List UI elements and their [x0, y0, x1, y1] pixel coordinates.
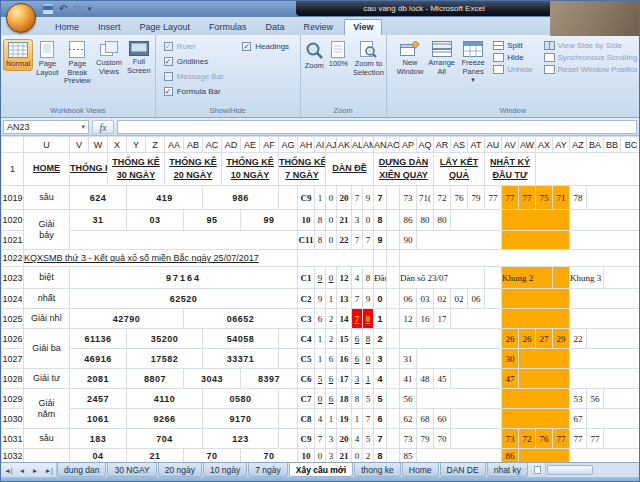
grid-cell[interactable]: 04 — [70, 449, 127, 463]
grid-cell[interactable] — [387, 186, 400, 210]
grid-cell[interactable]: 97164 — [70, 267, 298, 289]
grid-cell[interactable]: 9266 — [127, 409, 203, 429]
grid-cell[interactable]: 6 — [315, 309, 326, 329]
grid-cell[interactable] — [387, 389, 400, 409]
grid-cell[interactable]: 06652 — [184, 309, 298, 329]
grid-cell[interactable] — [604, 389, 640, 409]
grid-cell[interactable]: 18 — [337, 389, 352, 409]
grid-cell[interactable]: 9 — [363, 289, 374, 309]
checkbox-message-bar[interactable]: Message Bar — [164, 69, 224, 83]
grid-cell[interactable] — [279, 389, 298, 409]
grid-cell[interactable] — [387, 349, 400, 369]
grid-cell[interactable]: 4 — [374, 369, 387, 389]
column-header-BA[interactable]: BA — [587, 137, 604, 153]
grid-cell[interactable]: 03 — [417, 289, 434, 309]
full-screen-button[interactable]: Full Screen — [125, 39, 153, 76]
grid-cell[interactable] — [387, 231, 400, 250]
grid-cell[interactable]: C11 — [298, 231, 315, 250]
grid-cell[interactable] — [451, 309, 502, 329]
grid-cell[interactable] — [587, 329, 640, 349]
grid-cell[interactable]: C1 — [298, 267, 315, 289]
grid-cell[interactable]: 47 — [502, 369, 519, 389]
grid-cell[interactable]: 62 — [400, 409, 417, 429]
checkbox-gridlines[interactable]: ✓Gridlines — [164, 54, 209, 68]
grid-cell[interactable]: 30 — [502, 349, 519, 369]
page-break-preview-button[interactable]: Page Break Preview — [62, 39, 93, 87]
grid-cell[interactable]: 0 — [363, 210, 374, 231]
grid-cell[interactable]: 77 — [570, 429, 587, 449]
grid-cell[interactable] — [570, 449, 640, 463]
row-header-1020[interactable]: 1020 — [2, 210, 24, 231]
column-header-AM[interactable]: AM — [363, 137, 374, 153]
grid-cell[interactable]: 80 — [417, 210, 434, 231]
grid-cell[interactable] — [387, 409, 400, 429]
grid-cell[interactable]: sâu — [24, 429, 70, 449]
sheet-tab-dung-dan[interactable]: dung dan — [57, 463, 106, 477]
grid-cell[interactable] — [485, 289, 502, 309]
grid-cell[interactable] — [451, 210, 502, 231]
grid-cell[interactable]: 12 — [400, 309, 417, 329]
grid-cell[interactable]: 12 — [337, 267, 352, 289]
grid-cell[interactable]: 624 — [70, 186, 127, 210]
grid-cell[interactable]: 3043 — [184, 369, 241, 389]
ribbon-tab-insert[interactable]: Insert — [90, 20, 129, 35]
grid-cell[interactable] — [587, 186, 640, 210]
grid-cell[interactable]: 60 — [434, 409, 451, 429]
column-header-AL[interactable]: AL — [352, 137, 363, 153]
split-button[interactable]: Split — [493, 41, 532, 50]
grid-cell[interactable] — [400, 250, 640, 267]
grid-cell[interactable]: 70 — [241, 449, 298, 463]
checkbox-formula-bar[interactable]: ✓Formula Bar — [164, 84, 221, 98]
grid-cell[interactable]: 5 — [374, 389, 387, 409]
column-header-AG[interactable]: AG — [279, 137, 298, 153]
grid-cell[interactable]: 3 — [326, 449, 337, 463]
grid-cell[interactable]: 79 — [417, 429, 434, 449]
grid-cell[interactable]: 9 — [363, 186, 374, 210]
normal-view-button[interactable]: Normal — [3, 39, 33, 71]
grid-cell[interactable]: 7 — [352, 231, 363, 250]
column-header-AB[interactable]: AB — [184, 137, 203, 153]
grid-cell[interactable]: C3 — [298, 309, 315, 329]
grid-cell[interactable]: 02 — [451, 289, 468, 309]
column-header-AV[interactable]: AV — [502, 137, 519, 153]
freeze-panes-button[interactable]: Freeze Panes ▾ — [458, 39, 488, 86]
unhide-button[interactable]: Unhide — [493, 65, 532, 74]
column-header-AH[interactable]: AH — [298, 137, 315, 153]
grid-cell[interactable]: 6 — [326, 389, 337, 409]
grid-cell[interactable]: 6 — [352, 349, 363, 369]
select-all-corner[interactable] — [2, 137, 24, 153]
grid-cell[interactable]: Dàn số 23/07 — [400, 267, 485, 289]
column-header-AN[interactable]: AN — [374, 137, 387, 153]
grid-cell[interactable]: 5 — [363, 429, 374, 449]
grid-cell[interactable]: 8 — [315, 210, 326, 231]
grid-cell[interactable]: 0580 — [203, 389, 279, 409]
zoom-100-button[interactable]: 100% — [327, 39, 350, 70]
grid-cell[interactable]: 8 — [363, 267, 374, 289]
grid-cell[interactable] — [502, 289, 570, 309]
sheet-tab-nhat-ky[interactable]: nhat ky — [487, 463, 528, 477]
sheet-nav-2[interactable]: ► — [32, 467, 38, 474]
column-header-X[interactable]: X — [108, 137, 127, 153]
grid-cell[interactable]: C2 — [298, 289, 315, 309]
grid-cell[interactable]: 1061 — [70, 409, 127, 429]
grid-cell[interactable]: 5 — [363, 389, 374, 409]
column-header-BC[interactable]: BC — [621, 137, 640, 153]
grid-cell[interactable]: 29 — [553, 329, 570, 349]
grid-cell[interactable]: 90 — [400, 231, 417, 250]
grid-cell[interactable]: 2 — [326, 309, 337, 329]
grid-cell[interactable]: 0 — [315, 389, 326, 409]
grid-cell[interactable] — [279, 329, 298, 349]
grid-cell[interactable]: 6 — [326, 369, 337, 389]
grid-cell[interactable]: 9 — [315, 267, 326, 289]
column-header-AT[interactable]: AT — [468, 137, 485, 153]
grid-cell[interactable] — [553, 267, 570, 289]
grid-cell[interactable]: 8 — [315, 231, 326, 250]
grid-cell[interactable]: 3 — [352, 369, 363, 389]
grid-cell[interactable]: 41 — [400, 369, 417, 389]
grid-cell[interactable]: 27 — [536, 329, 553, 349]
grid-cell[interactable] — [24, 449, 70, 463]
grid-cell[interactable]: 1 — [315, 329, 326, 349]
grid-cell[interactable]: 5 — [315, 369, 326, 389]
grid-cell[interactable]: 3 — [352, 210, 363, 231]
grid-cell[interactable]: KQXSMB thứ 3 - Kết quả xổ số miền Bắc ng… — [24, 250, 298, 267]
